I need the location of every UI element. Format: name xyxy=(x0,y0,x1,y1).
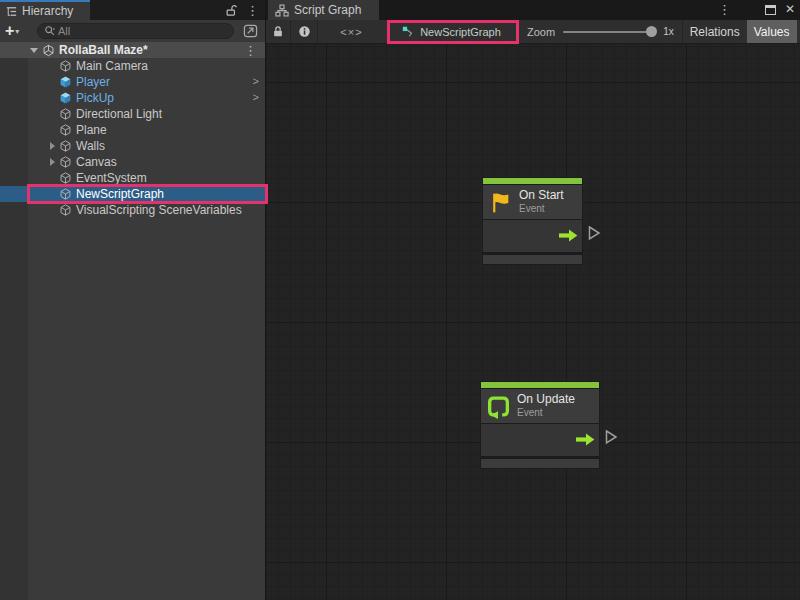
hierarchy-row[interactable]: Canvas xyxy=(0,154,265,170)
prefab-chevron-icon[interactable]: > xyxy=(253,75,259,87)
zoom-slider-handle[interactable] xyxy=(646,26,657,37)
item-label: EventSystem xyxy=(76,171,147,185)
item-label: PickUp xyxy=(76,91,114,105)
lock-button[interactable] xyxy=(266,20,290,43)
tab-label: Hierarchy xyxy=(22,4,73,18)
hierarchy-search-input[interactable]: All xyxy=(37,23,234,39)
node-body xyxy=(481,424,599,456)
cube-icon xyxy=(59,203,72,217)
node-title: On Update xyxy=(517,393,575,407)
item-label: Walls xyxy=(76,139,105,153)
maximize-icon[interactable] xyxy=(765,5,776,15)
graph-toolbar: <×> NewScriptGraph Zoom 1x Rela xyxy=(266,20,800,44)
unity-logo-icon xyxy=(42,44,55,57)
script-graph-panel: Script Graph ⋮ ✕ <×> xyxy=(265,0,800,600)
graph-tabbar: Script Graph ⋮ ✕ xyxy=(266,0,800,20)
hierarchy-row[interactable]: Main Camera xyxy=(0,58,265,74)
node-subtitle: Event xyxy=(519,203,564,215)
prefab-cube-icon xyxy=(59,91,72,105)
graph-reference-label: NewScriptGraph xyxy=(420,26,501,38)
cube-icon xyxy=(59,123,72,137)
close-icon[interactable]: ✕ xyxy=(785,2,795,16)
item-label: Plane xyxy=(76,123,107,137)
foldout-open-icon[interactable] xyxy=(30,48,38,53)
item-label: Main Camera xyxy=(76,59,148,73)
node-on-start[interactable]: On Start Event xyxy=(482,177,583,265)
hierarchy-panel: Hierarchy ⋮ + ▾ xyxy=(0,0,265,600)
window-picker-icon[interactable] xyxy=(240,23,260,40)
flow-output-port[interactable] xyxy=(588,225,601,241)
node-header: On Update Event xyxy=(481,389,599,423)
node-footer xyxy=(483,255,582,264)
unlock-icon[interactable] xyxy=(225,4,237,17)
hierarchy-tabbar: Hierarchy ⋮ xyxy=(0,0,265,20)
window-controls: ⋮ ✕ xyxy=(690,0,800,20)
values-toggle[interactable]: Values xyxy=(747,20,797,43)
hierarchy-row[interactable]: PickUp > xyxy=(0,90,265,106)
search-icon xyxy=(44,25,56,37)
cube-icon xyxy=(59,139,72,153)
hierarchy-row[interactable]: VisualScripting SceneVariables xyxy=(0,202,265,218)
scene-row[interactable]: RollaBall Maze* ⋮ xyxy=(0,42,265,58)
foldout-collapsed-icon[interactable] xyxy=(50,158,55,166)
flag-icon xyxy=(488,190,513,215)
flow-arrow-icon xyxy=(558,229,578,242)
tab-hierarchy[interactable]: Hierarchy xyxy=(0,0,90,20)
node-footer xyxy=(481,459,599,468)
item-label: VisualScripting SceneVariables xyxy=(76,203,242,217)
hierarchy-row[interactable]: Walls xyxy=(0,138,265,154)
item-label: Player xyxy=(76,75,110,89)
hierarchy-row[interactable]: Player > xyxy=(0,74,265,90)
scene-menu-icon[interactable]: ⋮ xyxy=(244,44,257,57)
item-label: Directional Light xyxy=(76,107,162,121)
search-placeholder: All xyxy=(58,25,70,37)
node-on-update[interactable]: On Update Event xyxy=(480,381,600,469)
hierarchy-row[interactable]: Plane xyxy=(0,122,265,138)
zoom-slider[interactable] xyxy=(563,31,655,33)
relations-toggle[interactable]: Relations xyxy=(683,20,747,43)
hierarchy-row[interactable]: Directional Light xyxy=(0,106,265,122)
prefab-cube-icon xyxy=(59,75,72,89)
hierarchy-row[interactable]: EventSystem xyxy=(0,170,265,186)
hierarchy-menu-icon[interactable]: ⋮ xyxy=(246,4,259,17)
node-header: On Start Event xyxy=(483,185,582,219)
dim-toggle[interactable]: Dim xyxy=(797,20,800,43)
unity-editor: Hierarchy ⋮ + ▾ xyxy=(0,0,800,600)
graph-canvas[interactable]: On Start Event xyxy=(266,44,800,600)
scene-name: RollaBall Maze* xyxy=(59,43,240,57)
cube-icon xyxy=(59,171,72,185)
node-color-bar xyxy=(483,178,582,184)
item-label: Canvas xyxy=(76,155,117,169)
tab-script-graph[interactable]: Script Graph xyxy=(268,0,379,20)
zoom-label: Zoom xyxy=(527,26,555,38)
add-object-button[interactable]: + ▾ xyxy=(5,24,33,38)
flow-output-port[interactable] xyxy=(605,429,618,445)
loop-icon xyxy=(486,394,511,419)
hierarchy-icon xyxy=(5,5,18,18)
node-title: On Start xyxy=(519,189,564,203)
node-subtitle: Event xyxy=(517,407,575,419)
tab-label: Script Graph xyxy=(294,3,361,17)
hierarchy-items: Main Camera Player > xyxy=(0,58,265,600)
hierarchy-row[interactable]: NewScriptGraph xyxy=(0,186,265,202)
item-label: NewScriptGraph xyxy=(76,187,164,201)
hierarchy-toolbar: + ▾ All xyxy=(0,20,265,42)
cube-icon xyxy=(59,107,72,121)
node-color-bar xyxy=(481,382,599,388)
angle-x-icon[interactable]: <×> xyxy=(318,20,385,43)
script-graph-asset-icon xyxy=(401,25,415,38)
zoom-control: Zoom 1x xyxy=(527,26,682,38)
node-body xyxy=(483,220,582,252)
cube-icon xyxy=(59,187,72,201)
graph-icon xyxy=(275,4,289,17)
caret-down-icon: ▾ xyxy=(15,27,19,36)
foldout-collapsed-icon[interactable] xyxy=(50,142,55,150)
plus-icon: + xyxy=(5,24,14,38)
info-button[interactable] xyxy=(291,20,317,43)
flow-arrow-icon xyxy=(575,433,595,446)
graph-reference-button[interactable]: NewScriptGraph xyxy=(385,20,517,43)
prefab-chevron-icon[interactable]: > xyxy=(253,91,259,103)
cube-icon xyxy=(59,155,72,169)
zoom-value: 1x xyxy=(663,26,674,37)
window-menu-icon[interactable]: ⋮ xyxy=(718,3,731,16)
